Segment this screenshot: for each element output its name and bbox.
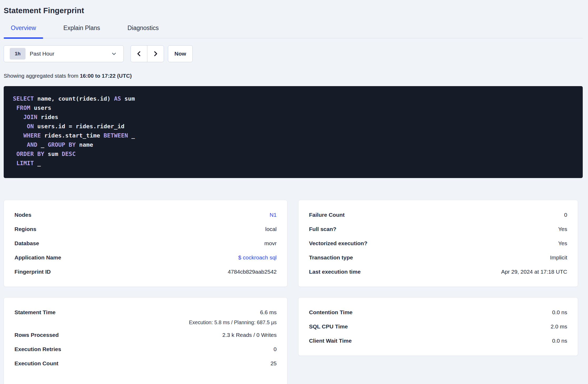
sql-token (13, 132, 23, 139)
sql-token: name (76, 141, 93, 148)
aggregation-caption: Showing aggregated stats from 16:00 to 1… (4, 73, 583, 79)
row-value: Implicit (550, 254, 567, 261)
row-value: 0.0 ns (552, 309, 567, 316)
tab-overview[interactable]: Overview (4, 24, 43, 38)
sql-token: BETWEEN (103, 132, 128, 139)
sql-line: AND _ GROUP BY name (13, 140, 575, 149)
row-value: 0 (564, 212, 567, 218)
overview-cards-grid: Nodes N1 Regions local Database movr App… (4, 200, 583, 384)
time-interval-dropdown[interactable]: 1h Past Hour (4, 45, 124, 62)
row-label: Last execution time (309, 269, 361, 275)
aggregation-caption-prefix: Showing aggregated stats from (4, 73, 80, 79)
detail-row: Execution Count 25 (14, 356, 277, 371)
tab-overview-label: Overview (11, 24, 36, 31)
execution-attributes-card: Failure Count 0 Full scan? Yes Vectorize… (298, 200, 578, 287)
sql-line: ON users.id = rides.rider_id (13, 122, 575, 131)
sql-line: ORDER BY sum DESC (13, 149, 575, 159)
sql-token: GROUP BY (48, 141, 76, 148)
row-label: Contention Time (309, 309, 352, 316)
row-value: 2.0 ms (551, 323, 567, 330)
sql-token: SELECT (13, 95, 34, 102)
row-label: Fingerprint ID (14, 269, 51, 275)
row-label: Full scan? (309, 226, 336, 232)
detail-row: Nodes N1 (14, 208, 277, 222)
sql-token: DESC (62, 151, 76, 157)
sql-line: FROM users (13, 103, 575, 112)
chevron-left-icon (136, 50, 142, 57)
sql-token: ORDER BY (16, 151, 44, 157)
detail-row: Transaction type Implicit (309, 250, 567, 265)
row-value: 4784cb829aab2542 (228, 269, 277, 275)
detail-row: Database movr (14, 236, 277, 250)
time-picker-controls: 1h Past Hour Now (4, 45, 583, 62)
detail-row: Statement Time 6.6 ms (14, 305, 277, 319)
sql-token: FROM (16, 105, 30, 111)
sql-token (13, 123, 27, 130)
sql-token: rides.start_time (41, 132, 103, 139)
sql-token: JOIN (23, 114, 37, 120)
page-title: Statement Fingerprint (4, 6, 583, 15)
sql-token: AS (114, 95, 121, 102)
sql-token (13, 151, 16, 157)
aggregation-range: 16:00 to 17:22 (UTC) (80, 73, 132, 79)
row-value: 0 (273, 346, 277, 352)
row-value: Apr 29, 2024 at 17:18 UTC (501, 269, 567, 275)
nodes-link[interactable]: N1 (270, 212, 277, 218)
sql-token: _ (128, 132, 135, 139)
sql-token (13, 105, 16, 111)
application-name-link[interactable]: $ cockroach sql (238, 254, 277, 261)
detail-row: Fingerprint ID 4784cb829aab2542 (14, 265, 277, 279)
interval-label: Past Hour (30, 51, 111, 57)
active-tab-underline (4, 37, 43, 39)
sql-token: _ (37, 141, 48, 148)
row-label: Failure Count (309, 212, 345, 218)
sql-token: users.id = rides.rider_id (34, 123, 124, 130)
row-label: SQL CPU Time (309, 323, 348, 330)
statement-fingerprint-page: Statement Fingerprint Overview Explain P… (0, 0, 588, 384)
previous-interval-button[interactable] (131, 46, 147, 62)
row-label: Execution Retries (14, 346, 61, 352)
detail-row: Regions local (14, 222, 277, 236)
sql-token: AND (27, 141, 37, 148)
detail-row: Failure Count 0 (309, 208, 567, 222)
row-label: Client Wait Time (309, 338, 352, 344)
sql-token: sum (121, 95, 135, 102)
row-label: Nodes (14, 212, 31, 218)
tab-explain-plans[interactable]: Explain Plans (56, 24, 107, 38)
sql-line: WHERE rides.start_time BETWEEN _ (13, 131, 575, 140)
sql-line: SELECT name, count(rides.id) AS sum (13, 94, 575, 103)
sql-token (13, 114, 23, 120)
statement-time-breakdown-row: Execution: 5.8 ms / Planning: 687.5 µs (14, 319, 277, 328)
wait-time-card: Contention Time 0.0 ns SQL CPU Time 2.0 … (298, 297, 578, 356)
row-label: Transaction type (309, 254, 353, 261)
sql-token: sum (44, 151, 62, 157)
sql-token: rides (37, 114, 58, 120)
interval-badge: 1h (10, 48, 26, 60)
tab-bar: Overview Explain Plans Diagnostics (4, 24, 583, 38)
row-label: Vectorized execution? (309, 240, 367, 247)
statement-time-breakdown: Execution: 5.8 ms / Planning: 687.5 µs (189, 319, 277, 326)
tab-diagnostics[interactable]: Diagnostics (120, 24, 166, 38)
row-label: Statement Time (14, 309, 56, 316)
statement-details-card: Nodes N1 Regions local Database movr App… (4, 200, 287, 287)
row-label: Regions (14, 226, 36, 232)
detail-row: Full scan? Yes (309, 222, 567, 236)
row-value: 25 (271, 360, 277, 367)
now-button-label: Now (175, 51, 186, 57)
interval-step-button-group (131, 45, 164, 62)
next-interval-button[interactable] (147, 46, 164, 62)
tab-diagnostics-label: Diagnostics (127, 24, 159, 31)
sql-statement-box: SELECT name, count(rides.id) AS sum FROM… (4, 86, 583, 178)
detail-row: Execution Retries 0 (14, 342, 277, 356)
sql-token: WHERE (23, 132, 41, 139)
row-value: movr (264, 240, 277, 247)
sql-token: name, count(rides.id) (34, 95, 114, 102)
chevron-down-icon (111, 51, 117, 57)
row-value: local (265, 226, 277, 232)
sql-token: LIMIT (16, 160, 34, 166)
tab-explain-plans-label: Explain Plans (63, 24, 100, 31)
sql-token: ON (27, 123, 34, 130)
detail-row: Contention Time 0.0 ns (309, 305, 567, 319)
now-button[interactable]: Now (168, 45, 193, 62)
row-value: 0.0 ns (552, 338, 567, 344)
